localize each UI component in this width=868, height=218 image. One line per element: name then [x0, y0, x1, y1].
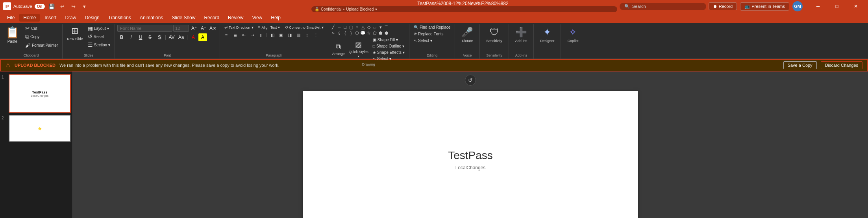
shape-extra1[interactable]: ⬟ [378, 30, 383, 36]
format-painter-button[interactable]: 🖌 Format Painter [23, 41, 60, 49]
indent-decrease-button[interactable]: ⇤ [240, 31, 248, 38]
font-name-input[interactable] [117, 25, 172, 32]
menu-record[interactable]: Record [200, 14, 223, 22]
close-button[interactable]: ✕ [847, 0, 865, 13]
search-bar[interactable]: 🔍 Search [620, 3, 706, 10]
avatar[interactable]: GM [792, 1, 803, 11]
bold-button[interactable]: B [117, 33, 126, 41]
minimize-button[interactable]: ─ [809, 0, 827, 13]
menu-draw[interactable]: Draw [61, 14, 80, 22]
find-replace-button[interactable]: 🔍 Find and Replace [412, 24, 452, 30]
menu-animations[interactable]: Animations [136, 14, 167, 22]
font-clear-button[interactable]: A✕ [209, 24, 217, 32]
menu-design[interactable]: Design [81, 14, 103, 22]
shape-diamond[interactable]: ◇ [366, 24, 372, 30]
shape-rect[interactable]: □ [342, 24, 348, 30]
font-decrease-button[interactable]: A⁻ [199, 24, 208, 32]
align-text-button[interactable]: ≡ Align Text ▾ [256, 24, 282, 30]
spacing-button[interactable]: AV [167, 33, 176, 41]
shape-circle[interactable]: ○ [354, 24, 360, 30]
align-right-button[interactable]: ◨ [286, 31, 294, 38]
text-direction-button[interactable]: ⇌ Text Direction ▾ [222, 24, 255, 30]
copilot-button[interactable]: ✧ Copilot [563, 24, 582, 45]
slide-preview-2[interactable]: ⭐ [9, 115, 71, 142]
list-numbers-button[interactable]: ≣ [231, 31, 239, 38]
indent-increase-button[interactable]: ⇥ [248, 31, 256, 38]
maximize-button[interactable]: □ [828, 0, 846, 13]
align-left-button[interactable]: ◧ [268, 31, 276, 38]
shape-fill-button[interactable]: ▣ Shape Fill ▾ [371, 37, 407, 43]
sensitivity-button[interactable]: 🛡 Sensitivity [482, 24, 506, 45]
shape-pentagon[interactable]: ⬠ [372, 30, 378, 36]
col-button[interactable]: ⋮ [312, 31, 320, 38]
shape-parallelogram[interactable]: ▱ [372, 24, 378, 30]
font-size-input[interactable] [173, 25, 189, 32]
slide-canvas[interactable]: TestPass LocalChanges [303, 91, 638, 218]
copy-button[interactable]: ⧉ Copy [23, 33, 60, 41]
redo-icon[interactable]: ↪ [69, 2, 78, 11]
shape-extra2[interactable]: ⬢ [384, 30, 389, 36]
align-center-button[interactable]: ▣ [277, 31, 285, 38]
menu-view[interactable]: View [248, 14, 266, 22]
section-button[interactable]: ☰ Section ▾ [86, 41, 112, 49]
slide-preview-1[interactable]: TestPass LocalChanges [9, 74, 71, 113]
menu-insert[interactable]: Insert [41, 14, 60, 22]
shape-outline-button[interactable]: □ Shape Outline ▾ [371, 43, 407, 49]
shape-triangle[interactable]: △ [360, 24, 366, 30]
paste-button[interactable]: 📋 Paste [2, 24, 22, 45]
quick-styles-button[interactable]: ▨ Quick Styles ▾ [347, 40, 370, 59]
list-bullets-button[interactable]: ≡ [222, 31, 230, 38]
menu-home[interactable]: Home [19, 14, 40, 22]
shape-flowchart[interactable]: ⬡ [354, 30, 360, 36]
select-menu-button[interactable]: ↖ Select ▾ [412, 38, 434, 44]
shape-curve[interactable]: ⌒ [384, 24, 389, 30]
discard-changes-button[interactable]: Discard Changes [821, 61, 862, 69]
font-color-button[interactable]: A [189, 33, 198, 41]
autosave-toggle[interactable]: On [35, 4, 45, 9]
case-button[interactable]: Aa [177, 33, 185, 41]
shape-star[interactable]: ☆ [366, 30, 372, 36]
select-button[interactable]: ↖ Select ▾ [371, 56, 407, 62]
canvas-icon-button[interactable]: ↺ [465, 75, 476, 86]
arrange-button[interactable]: ⧉ Arrange [331, 42, 346, 57]
cut-button[interactable]: ✂ Cut [23, 24, 60, 32]
menu-slideshow[interactable]: Slide Show [168, 14, 199, 22]
reset-button[interactable]: ↺ Reset [86, 33, 112, 40]
menu-file[interactable]: File [3, 14, 19, 22]
save-icon[interactable]: 💾 [47, 2, 56, 11]
replace-fonts-button[interactable]: ⟳ Replace Fonts [412, 31, 445, 37]
shape-callout[interactable]: 💬 [360, 30, 366, 36]
menu-help[interactable]: Help [267, 14, 285, 22]
save-copy-button[interactable]: Save a Copy [783, 61, 817, 69]
shape-rounded[interactable]: ▢ [348, 24, 354, 30]
record-button[interactable]: ⏺ Record [709, 2, 737, 10]
dictate-button[interactable]: 🎤 Dictate [457, 24, 477, 45]
new-slide-button[interactable]: ⊞ New Slide [65, 24, 85, 42]
customize-icon[interactable]: ▾ [80, 2, 89, 11]
convert-smartart-button[interactable]: ⟲ Convert to SmartArt ▾ [283, 24, 326, 30]
shape-line[interactable]: ╱ [331, 24, 336, 30]
shadow-button[interactable]: S [155, 33, 164, 41]
shape-bracket[interactable]: { [342, 30, 348, 36]
col-count-button[interactable]: ⫼ [257, 31, 265, 38]
highlight-button[interactable]: A [198, 33, 207, 41]
shape-bend[interactable]: ⤷ [331, 30, 336, 36]
underline-button[interactable]: U [136, 33, 145, 41]
font-increase-button[interactable]: A⁺ [190, 24, 198, 32]
present-in-teams-button[interactable]: 📺 Present in Teams [740, 2, 789, 11]
shape-arrow[interactable]: → [337, 24, 342, 30]
menu-review[interactable]: Review [224, 14, 247, 22]
italic-button[interactable]: I [127, 33, 135, 41]
addins-button[interactable]: ➕ Add-ins [511, 24, 531, 45]
menu-transitions[interactable]: Transitions [104, 14, 135, 22]
strikethrough-button[interactable]: S̶ [146, 33, 154, 41]
line-spacing-button[interactable]: ↕ [303, 31, 311, 38]
shape-effects-button[interactable]: ◈ Shape Effects ▾ [371, 49, 407, 55]
shape-more[interactable]: ▾ [378, 24, 383, 30]
justify-button[interactable]: ▤ [294, 31, 302, 38]
layout-button[interactable]: ▦ Layout ▾ [86, 24, 112, 32]
shape-connector[interactable]: ⤹ [337, 30, 342, 36]
shape-brace[interactable]: } [348, 30, 354, 36]
undo-icon[interactable]: ↩ [58, 2, 67, 11]
designer-button[interactable]: ✦ Designer [536, 24, 558, 45]
